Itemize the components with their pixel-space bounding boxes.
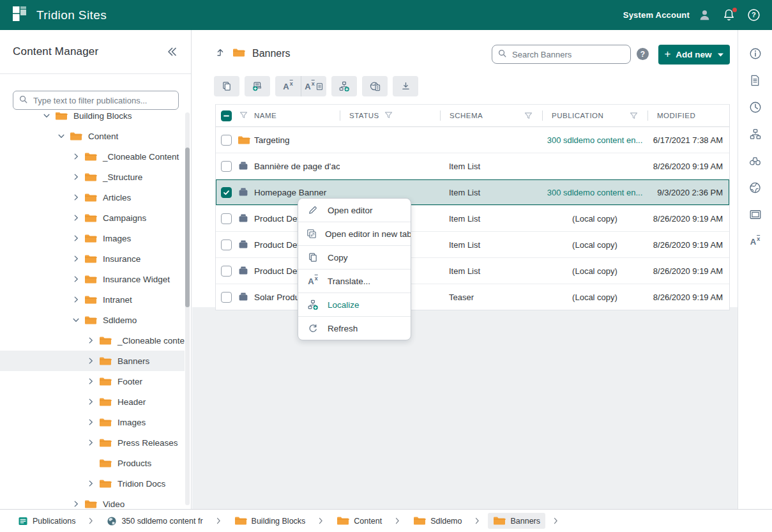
chevron-right-icon[interactable] (86, 397, 96, 407)
collapse-sidebar-icon[interactable] (165, 45, 178, 58)
row-checkbox[interactable] (221, 135, 232, 146)
tree-item-building-blocks[interactable]: Building Blocks (0, 112, 185, 126)
breadcrumb-sdldemo[interactable]: Sdldemo (408, 513, 467, 529)
list-search-input[interactable] (511, 49, 626, 60)
rail-info-button[interactable] (748, 47, 763, 61)
chevron-right-icon[interactable] (71, 192, 81, 202)
tree-item-images[interactable]: Images (0, 412, 185, 432)
row-checkbox[interactable] (221, 292, 232, 303)
tree-scrollbar-thumb[interactable] (185, 148, 190, 307)
row-checkbox[interactable] (221, 187, 232, 198)
chevron-right-icon[interactable] (86, 437, 96, 448)
tree-item-insurance-widget[interactable]: Insurance Widget (0, 269, 185, 289)
publication-filter-input[interactable] (32, 95, 173, 106)
filter-funnel-icon[interactable] (239, 110, 248, 121)
tree-item--structure[interactable]: _Structure (0, 167, 185, 187)
breadcrumb-350-sdldemo-content-fr[interactable]: 350 sdldemo content fr (102, 513, 208, 529)
search-help-icon[interactable]: ? (637, 48, 649, 60)
up-one-level-icon[interactable] (215, 47, 227, 61)
table-row[interactable]: Product DetItem List(Local copy)8/26/202… (216, 258, 729, 284)
item-publication-link[interactable]: 300 sdldemo content en... (542, 188, 647, 197)
breadcrumb-building-blocks[interactable]: Building Blocks (229, 513, 311, 529)
tree-item-tridion-docs[interactable]: Tridion Docs (0, 473, 185, 494)
column-header-status[interactable]: STATUS (340, 105, 440, 126)
notifications-bell-icon[interactable] (722, 8, 736, 22)
tree-item-header[interactable]: Header (0, 391, 185, 412)
localize-button[interactable] (331, 76, 357, 96)
tree-item-insurance[interactable]: Insurance (0, 248, 185, 269)
breadcrumb-content[interactable]: Content (331, 513, 387, 529)
chevron-down-icon[interactable] (71, 315, 81, 325)
chevron-right-icon[interactable] (86, 356, 96, 366)
menu-item-open-editor[interactable]: Open editor (298, 199, 411, 222)
breadcrumb-banners[interactable]: Banners (488, 513, 545, 529)
rail-document-button[interactable] (748, 73, 763, 87)
menu-item-copy[interactable]: Copy (298, 245, 411, 269)
tree-item-press-releases[interactable]: Press Releases (0, 432, 185, 453)
row-checkbox[interactable] (221, 161, 232, 172)
table-row[interactable]: Targeting300 sdldemo content en...6/17/2… (216, 127, 729, 153)
table-row[interactable]: Product DetItem List(Local copy)8/26/202… (216, 206, 729, 232)
translation-job-add-button[interactable] (245, 76, 270, 96)
add-new-button[interactable]: + Add new (658, 45, 730, 65)
chevron-right-icon[interactable] (71, 499, 81, 509)
chevron-right-icon[interactable] (71, 213, 81, 223)
row-checkbox[interactable] (221, 213, 232, 224)
row-checkbox[interactable] (221, 266, 232, 277)
globe-page-button[interactable] (362, 76, 388, 96)
chevron-right-icon[interactable] (86, 458, 96, 468)
table-row[interactable]: Solar ProducTeaser(Local copy)8/26/2020 … (216, 284, 729, 310)
user-icon[interactable] (699, 9, 711, 21)
tree-item-sdldemo[interactable]: Sdldemo (0, 310, 185, 330)
tree-item-banners[interactable]: Banners (0, 351, 185, 371)
chevron-right-icon[interactable] (71, 274, 81, 284)
menu-item-translate[interactable]: AxTranslate... (298, 269, 411, 293)
rail-history-button[interactable] (748, 100, 763, 114)
menu-item-refresh[interactable]: Refresh (298, 316, 411, 340)
item-publication-link[interactable]: 300 sdldemo content en... (542, 135, 647, 145)
tree-item-articles[interactable]: Articles (0, 187, 185, 208)
chevron-right-icon[interactable] (71, 172, 81, 182)
column-header-modified[interactable]: MODIFIED (647, 105, 729, 126)
chevron-right-icon[interactable] (71, 233, 81, 243)
table-row[interactable]: Homepage BannerItem List300 sdldemo cont… (216, 179, 729, 206)
tree-item-products[interactable]: Products (0, 453, 185, 473)
chevron-down-icon[interactable] (42, 112, 52, 121)
chevron-right-icon[interactable] (86, 335, 96, 346)
filter-funnel-icon[interactable] (524, 111, 533, 121)
chevron-right-icon[interactable] (71, 151, 81, 162)
column-header-schema[interactable]: SCHEMA (440, 105, 542, 126)
tree-item-footer[interactable]: Footer (0, 371, 185, 391)
tree-item-content[interactable]: Content (0, 126, 185, 146)
table-row[interactable]: Bannière de page d'acc...Item List8/26/2… (216, 153, 729, 179)
tree-item-campaigns[interactable]: Campaigns (0, 208, 185, 228)
chevron-right-icon[interactable] (71, 294, 81, 305)
download-button[interactable] (393, 76, 418, 96)
translation-list-button[interactable]: Ax (301, 76, 326, 96)
tree-item-video[interactable]: Video (0, 494, 185, 509)
tree-item-images[interactable]: Images (0, 228, 185, 248)
chevron-right-icon[interactable] (86, 478, 96, 489)
column-header-name[interactable]: NAME (238, 105, 340, 126)
help-icon[interactable]: ? (747, 8, 761, 22)
rail-blueprint-button[interactable] (748, 127, 763, 141)
rail-translate-button[interactable]: Ax (748, 234, 763, 248)
chevron-right-icon[interactable] (71, 254, 81, 264)
chevron-right-icon[interactable] (86, 417, 96, 427)
tree-item--cloneable-content[interactable]: _Cloneable content (0, 330, 185, 351)
chevron-right-icon[interactable] (86, 376, 96, 386)
tree-item--cloneable-content[interactable]: _Cloneable Content (0, 146, 185, 167)
filter-funnel-icon[interactable] (629, 111, 639, 121)
rail-where-used-button[interactable] (748, 154, 763, 168)
breadcrumb-publications[interactable]: Publications (13, 513, 80, 529)
rail-world-button[interactable] (748, 181, 763, 195)
table-row[interactable]: Product DetItem List(Local copy)8/26/202… (216, 232, 729, 258)
select-all-checkbox[interactable] (221, 110, 232, 121)
translate-button[interactable]: Ax (275, 76, 301, 96)
chevron-down-icon[interactable] (56, 131, 66, 141)
tree-scrollbar[interactable] (185, 112, 190, 505)
tree-item-intranet[interactable]: Intranet (0, 289, 185, 310)
filter-funnel-icon[interactable] (384, 110, 393, 121)
copy-button[interactable] (214, 76, 239, 96)
menu-item-localize[interactable]: Localize (298, 293, 411, 316)
